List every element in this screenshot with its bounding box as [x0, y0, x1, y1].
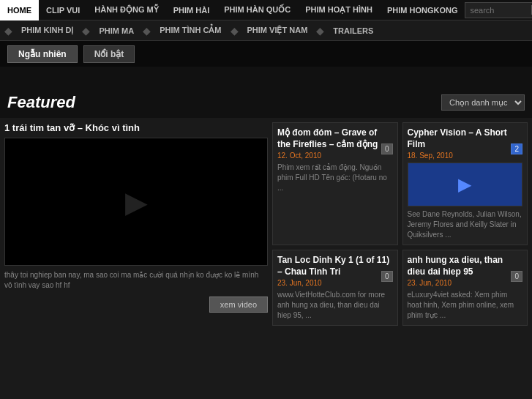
category-dropdown[interactable]: Chọn danh mục	[441, 94, 525, 111]
card-3-title: anh hung xa dieu, than dieu dai hiep 95	[408, 255, 523, 277]
nav-item-phim-ma[interactable]: PHIM MA	[91, 20, 141, 41]
nav-item-kinh-di[interactable]: PHIM KINH DỊ	[14, 20, 80, 41]
nav-item-home[interactable]: HOME	[0, 0, 39, 20]
grid-card-0: Mộ đom đóm – Grave of the Fireflies – cả…	[272, 122, 398, 245]
tab-ngau-nhien[interactable]: Ngẫu nhiên	[7, 45, 78, 63]
top-navigation: HOME CLIP VUI HÀNH ĐỘNG MỸ PHIM HÀI PHIM…	[0, 0, 532, 20]
featured-header: Featured Chọn danh mục	[0, 87, 532, 118]
card-1-thumbnail[interactable]: ▶	[408, 163, 523, 206]
card-1-date: 18. Sep, 2010	[408, 152, 523, 160]
nav-sep-0: ◆	[4, 25, 12, 37]
featured-title: Featured	[7, 93, 75, 112]
nav-sep-2: ◆	[143, 25, 151, 37]
play-icon: ▶	[458, 174, 471, 195]
featured-video-thumbnail[interactable]: ▶	[4, 138, 268, 266]
card-0-comment-badge: 0	[381, 143, 393, 154]
search-box: ➔	[465, 2, 532, 18]
tab-noi-bat[interactable]: Nổi bật	[83, 45, 135, 63]
grid-card-1: Cypher Vision – A Short Film 18. Sep, 20…	[402, 122, 528, 245]
card-2-date: 23. Jun, 2010	[277, 279, 393, 287]
card-0-date: 12. Oct, 2010	[277, 152, 393, 160]
card-3-desc: eLuxury4viet asked: Xem phim hoat hinh, …	[408, 290, 523, 321]
nav-item-viet-nam[interactable]: PHIM VIỆT NAM	[240, 20, 315, 41]
card-2-title: Tan Loc Dinh Ky 1 (1 of 11) – Chau Tinh …	[277, 255, 393, 277]
card-3-comment-badge: 0	[511, 271, 522, 282]
card-2-comment-badge: 0	[381, 271, 393, 282]
card-0-desc: Phim xem rất cảm động. Nguồn phim Full H…	[277, 163, 393, 193]
right-grid: Mộ đom đóm – Grave of the Fireflies – cả…	[272, 122, 528, 326]
main-content: 1 trái tim tan vỡ – Khóc vì tình ▶ thây …	[0, 118, 532, 330]
nav-sep-4: ◆	[316, 25, 324, 37]
nav-item-tinh-cam[interactable]: PHIM TÌNH CẢM	[152, 20, 228, 41]
nav-sep-1: ◆	[82, 25, 90, 37]
card-2-desc: www.VietHotteClub.com for more anh hung …	[277, 290, 393, 321]
nav-item-hongkong[interactable]: PHIM HONGKONG	[380, 0, 465, 20]
nav-item-hoat-hinh[interactable]: PHIM HOẠT HÌNH	[298, 0, 380, 20]
nav-item-hanh-dong[interactable]: HÀNH ĐỘNG MỸ	[87, 0, 166, 20]
card-0-title: Mộ đom đóm – Grave of the Fireflies – cả…	[277, 127, 393, 150]
card-1-desc: See Dane Reynolds, Julian Wilson, Jeremy…	[408, 209, 523, 240]
card-1-title: Cypher Vision – A Short Film	[408, 127, 523, 150]
top-nav-items: HOME CLIP VUI HÀNH ĐỘNG MỸ PHIM HÀI PHIM…	[0, 0, 465, 20]
card-3-date: 23. Jun, 2010	[408, 279, 523, 287]
nav-item-clip-vui[interactable]: CLIP VUI	[39, 0, 87, 20]
slider-area	[0, 67, 532, 87]
banner-area: Ngẫu nhiên Nổi bật	[0, 41, 532, 67]
nav-item-phim-hai[interactable]: PHIM HÀI	[166, 0, 217, 20]
card-1-comment-badge: 2	[511, 143, 522, 154]
nav-sep-3: ◆	[231, 25, 239, 37]
play-icon: ▶	[125, 185, 148, 219]
search-input[interactable]	[470, 6, 528, 15]
nav-item-trailers[interactable]: TRAILERS	[326, 20, 381, 41]
grid-card-3: anh hung xa dieu, than dieu dai hiep 95 …	[402, 250, 528, 326]
second-navigation: ◆ PHIM KINH DỊ ◆ PHIM MA ◆ PHIM TÌNH CẢM…	[0, 20, 532, 41]
nav-item-han-quoc[interactable]: PHIM HÀN QUỐC	[217, 0, 298, 20]
featured-main-title: 1 trái tim tan vỡ – Khóc vì tình	[4, 122, 268, 133]
grid-card-2: Tan Loc Dinh Ky 1 (1 of 11) – Chau Tinh …	[272, 250, 398, 326]
featured-description: thây toi nghiep ban nay, ma sao coi ma m…	[4, 270, 268, 291]
left-featured: 1 trái tim tan vỡ – Khóc vì tình ▶ thây …	[4, 122, 268, 326]
watch-video-button[interactable]: xem video	[209, 297, 268, 313]
